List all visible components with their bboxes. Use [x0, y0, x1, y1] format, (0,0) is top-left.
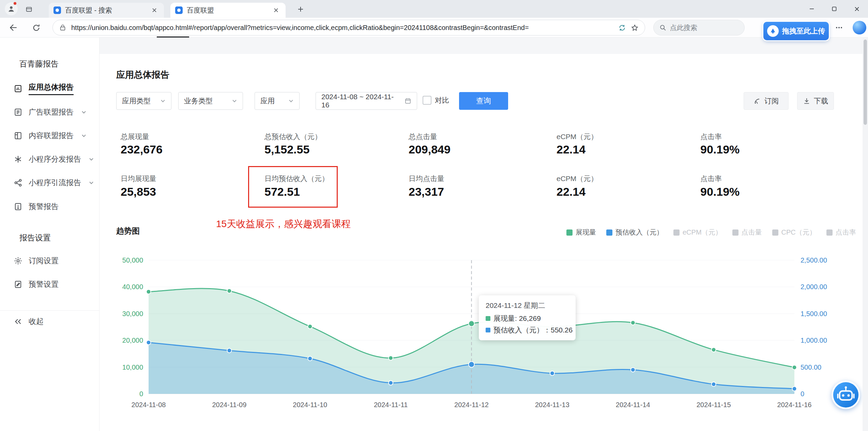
site-info-icon[interactable] [59, 24, 66, 31]
trend-chart[interactable]: 0010,000500.0020,0001,000.0030,0001,500.… [116, 246, 833, 419]
legend-item-cpc[interactable]: CPC（元） [772, 228, 816, 237]
collapse-left-icon [14, 317, 22, 326]
svg-text:0: 0 [139, 390, 143, 398]
stat-label: eCPM（元） [557, 174, 598, 183]
copilot-icon[interactable] [853, 21, 866, 34]
legend-swatch [606, 229, 612, 236]
sidebar-item-label: 预警设置 [29, 279, 59, 289]
query-button[interactable]: 查询 [459, 92, 508, 110]
legend-label: CPC（元） [781, 228, 816, 237]
stat-value: 22.14 [557, 185, 585, 198]
subscribe-button[interactable]: 订阅 [744, 92, 789, 110]
tooltip-swatch [486, 328, 490, 332]
stat-value: 90.19% [700, 185, 740, 198]
tab-title: 百度联盟 [187, 6, 267, 15]
svg-text:1,000.00: 1,000.00 [801, 337, 827, 344]
sidebar-item-label: 预警报告 [29, 202, 59, 212]
favorite-star-icon[interactable] [631, 24, 639, 32]
sidebar-item-alert-report[interactable]: 预警报告 [0, 195, 100, 218]
tab-actions-icon[interactable] [25, 5, 33, 14]
upload-button[interactable]: 拖拽至此上传 [763, 22, 829, 40]
legend-item-ecpm[interactable]: eCPM（元） [673, 228, 722, 237]
svg-text:40,000: 40,000 [122, 283, 143, 291]
app-select[interactable]: 应用 [255, 92, 300, 110]
tooltip-swatch [486, 316, 490, 321]
page-title: 应用总体报告 [116, 69, 169, 81]
date-range-value: 2024-11-08 ~ 2024-11-16 [321, 93, 401, 109]
select-value: 应用 [260, 96, 275, 106]
sidebar-item-content-union-report[interactable]: 内容联盟报告 [0, 124, 100, 147]
download-button[interactable]: 下载 [797, 92, 834, 110]
legend-item-clicks[interactable]: 点击量 [732, 228, 762, 237]
select-value: 应用类型 [122, 96, 151, 106]
stat-label: 点击率 [700, 132, 722, 142]
app-type-select[interactable]: 应用类型 [116, 92, 171, 110]
chevron-down-icon [81, 109, 87, 115]
new-tab-button[interactable] [296, 4, 305, 14]
sidebar-item-ad-union-report[interactable]: 广告联盟报告 [0, 100, 100, 124]
sidebar-item-subscribe-settings[interactable]: 订阅设置 [0, 249, 100, 272]
assistant-robot-button[interactable] [832, 381, 860, 409]
url-bar[interactable]: https://union.baidu.com/bqt/appco.html#/… [52, 20, 645, 35]
sidebar-collapse-button[interactable]: 收起 [0, 310, 100, 333]
back-button[interactable] [6, 20, 21, 35]
date-range-picker[interactable]: 2024-11-08 ~ 2024-11-16 [316, 92, 417, 110]
calendar-icon [405, 98, 411, 104]
subscribe-rss-icon [753, 97, 761, 105]
sidebar-item-app-overall-report[interactable]: 应用总体报告 [0, 77, 100, 100]
scrollbar-thumb[interactable] [864, 40, 867, 125]
svg-text:2024-11-09: 2024-11-09 [212, 401, 246, 408]
svg-text:2024-11-13: 2024-11-13 [535, 401, 569, 408]
stat-value: 23,317 [409, 185, 444, 198]
browser-tab-search[interactable]: 百度联盟 - 搜索 [49, 3, 164, 18]
chevron-down-icon [288, 98, 294, 104]
minimize-button[interactable] [801, 0, 823, 18]
svg-text:1,500.00: 1,500.00 [801, 310, 827, 317]
tooltip-text: 展现量: 26,269 [493, 314, 541, 323]
maximize-button[interactable] [823, 0, 846, 18]
legend-item-revenue[interactable]: 预估收入（元） [606, 228, 663, 237]
business-type-select[interactable]: 业务类型 [178, 92, 243, 110]
stat-value: 22.14 [557, 143, 585, 156]
tab-close-icon[interactable] [150, 5, 159, 15]
sidebar-item-miniapp-distribution-report[interactable]: 小程序分发报告 [0, 147, 100, 171]
search-placeholder: 点此搜索 [670, 23, 697, 32]
sidebar-item-alert-settings[interactable]: 预警设置 [0, 272, 100, 296]
sync-icon[interactable] [618, 24, 626, 32]
svg-text:10,000: 10,000 [122, 363, 143, 371]
more-options-icon[interactable] [832, 20, 847, 35]
legend-swatch [566, 229, 573, 236]
stat-label: 总预估收入（元） [264, 132, 322, 142]
tab-close-icon[interactable] [271, 5, 281, 15]
page-scrollbar[interactable] [863, 38, 868, 431]
refresh-button[interactable] [29, 20, 44, 35]
legend-label: 展现量 [576, 228, 596, 237]
legend-item-impressions[interactable]: 展现量 [566, 228, 596, 237]
browser-tab-current[interactable]: 百度联盟 [170, 3, 286, 18]
close-window-button[interactable] [846, 0, 868, 18]
legend-swatch [772, 229, 778, 236]
window-controls [801, 0, 868, 18]
sidebar-item-label: 小程序分发报告 [29, 154, 81, 164]
legend-swatch [826, 229, 833, 236]
gear-icon [14, 256, 22, 265]
checkbox-box[interactable] [423, 96, 431, 105]
stat-label: 点击率 [700, 174, 722, 183]
chevron-down-icon [81, 133, 87, 138]
sidebar-item-miniapp-referral-report[interactable]: 小程序引流报告 [0, 171, 100, 194]
trend-chart-title: 趋势图 [116, 226, 140, 236]
sidebar-item-label: 应用总体报告 [29, 82, 74, 95]
stat-label: 日均点击量 [409, 174, 444, 183]
svg-text:50,000: 50,000 [122, 256, 143, 264]
asterisk-icon [14, 155, 22, 164]
legend-swatch [673, 229, 680, 236]
compare-checkbox[interactable]: 对比 [423, 95, 449, 105]
tooltip-row: 预估收入（元）：550.26 [486, 325, 569, 335]
legend-label: eCPM（元） [683, 228, 722, 237]
legend-label: 预估收入（元） [615, 228, 663, 237]
legend-item-ctr[interactable]: 点击率 [826, 228, 856, 237]
sidebar-section-reports: 百青藤报告 [19, 59, 59, 69]
stat-value: 90.19% [700, 143, 740, 156]
url-text[interactable]: https://union.baidu.com/bqt/appco.html#/… [71, 24, 613, 32]
browser-search-box[interactable]: 点此搜索 [653, 20, 745, 35]
